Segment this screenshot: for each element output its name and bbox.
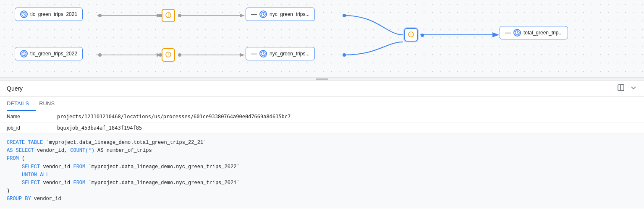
dash-icon-top: — bbox=[251, 11, 257, 18]
svg-line-7 bbox=[24, 14, 25, 15]
code-line-2: AS SELECT vendor_id, COUNT(*) AS number_… bbox=[7, 147, 637, 155]
panel-title: Query bbox=[7, 85, 23, 92]
table-icon-total bbox=[513, 29, 521, 36]
node-label-2021: tlc_green_trips_2021 bbox=[30, 11, 77, 17]
tabs-container: DETAILS RUNS bbox=[0, 97, 644, 111]
node-transform-bottom[interactable]: ! bbox=[162, 48, 175, 62]
dot-nyc-bot-out bbox=[343, 53, 346, 57]
label-jobid: job_id bbox=[7, 125, 57, 131]
dot-n1-out bbox=[98, 14, 102, 17]
bottom-panel: Query DETAILS RUNS Name projects/1231012… bbox=[0, 80, 644, 208]
dot-n4-out bbox=[98, 53, 102, 57]
dash-icon-total: — bbox=[505, 29, 511, 36]
node-transform-top[interactable]: ! bbox=[162, 9, 175, 22]
label-name: Name bbox=[7, 114, 57, 120]
code-line-8: GROUP BY vendor_id bbox=[7, 195, 637, 203]
node-tlc-2022[interactable]: tlc_green_trips_2022 bbox=[15, 47, 83, 60]
panel-actions bbox=[617, 84, 637, 93]
dot-transform-top-in bbox=[159, 14, 162, 17]
code-line-4: SELECT vendor_id FROM `myproject.data_li… bbox=[7, 163, 637, 171]
expand-icon[interactable] bbox=[617, 84, 625, 93]
svg-line-20 bbox=[263, 54, 264, 55]
svg-rect-27 bbox=[620, 85, 624, 91]
details-row-name: Name projects/123101210468/locations/us/… bbox=[0, 111, 644, 122]
svg-text:!: ! bbox=[168, 52, 169, 57]
transform-icon-bottom: ! bbox=[165, 51, 172, 59]
code-area: CREATE TABLE `myproject.data_lineage_dem… bbox=[0, 134, 644, 208]
dag-canvas: tlc_green_trips_2021 ! — nyc_green_trips… bbox=[0, 0, 644, 78]
svg-text:!: ! bbox=[411, 32, 412, 37]
value-jobid: bquxjob_453ba4af_1843f194f85 bbox=[57, 125, 142, 131]
dot-transform-top-out bbox=[178, 14, 181, 17]
code-line-7: ) bbox=[7, 187, 637, 195]
dot-nyc-top-out bbox=[343, 14, 346, 17]
node-nyc-bottom[interactable]: — nyc_green_trips... bbox=[246, 47, 315, 60]
details-table: Name projects/123101210468/locations/us/… bbox=[0, 111, 644, 134]
panel-header: Query bbox=[0, 81, 644, 97]
code-line-6: SELECT vendor_id FROM `myproject.data_li… bbox=[7, 179, 637, 187]
table-icon-nyc-top bbox=[259, 10, 267, 18]
transform-icon-top: ! bbox=[165, 12, 172, 20]
node-label-nyc-top: nyc_green_trips... bbox=[270, 11, 309, 17]
node-label-nyc-bottom: nyc_green_trips... bbox=[270, 51, 309, 57]
svg-line-15 bbox=[24, 54, 25, 55]
dot-transform-bot-in bbox=[159, 53, 162, 57]
table-icon-2022 bbox=[20, 50, 28, 57]
dash-icon-bottom: — bbox=[251, 50, 257, 57]
kw-create: CREATE TABLE bbox=[7, 140, 43, 146]
table-icon-nyc-bottom bbox=[259, 50, 267, 57]
node-union[interactable]: ! bbox=[404, 28, 418, 42]
node-tlc-2021[interactable]: tlc_green_trips_2021 bbox=[15, 8, 83, 21]
details-row-jobid: job_id bquxjob_453ba4af_1843f194f85 bbox=[0, 122, 644, 134]
dot-union-out bbox=[421, 34, 424, 37]
resize-indicator bbox=[316, 78, 328, 80]
node-total[interactable]: — total_green_trip... bbox=[500, 26, 568, 39]
tab-details[interactable]: DETAILS bbox=[7, 97, 36, 111]
code-line-3: FROM ( bbox=[7, 155, 637, 163]
code-line-1: CREATE TABLE `myproject.data_lineage_dem… bbox=[7, 139, 637, 147]
svg-line-25 bbox=[517, 33, 518, 34]
node-nyc-top[interactable]: — nyc_green_trips... bbox=[246, 8, 315, 21]
table-icon-2021 bbox=[20, 10, 28, 18]
svg-line-12 bbox=[263, 14, 264, 15]
node-label-2022: tlc_green_trips_2022 bbox=[30, 51, 77, 57]
collapse-icon[interactable] bbox=[630, 84, 637, 93]
value-name: projects/123101210468/locations/us/proce… bbox=[57, 114, 291, 120]
code-line-5: UNION ALL bbox=[7, 171, 637, 179]
svg-text:!: ! bbox=[168, 13, 169, 18]
node-label-total: total_green_trip... bbox=[524, 30, 563, 36]
dot-transform-bot-out bbox=[178, 53, 181, 57]
tab-runs[interactable]: RUNS bbox=[39, 97, 61, 111]
union-icon: ! bbox=[408, 31, 414, 39]
